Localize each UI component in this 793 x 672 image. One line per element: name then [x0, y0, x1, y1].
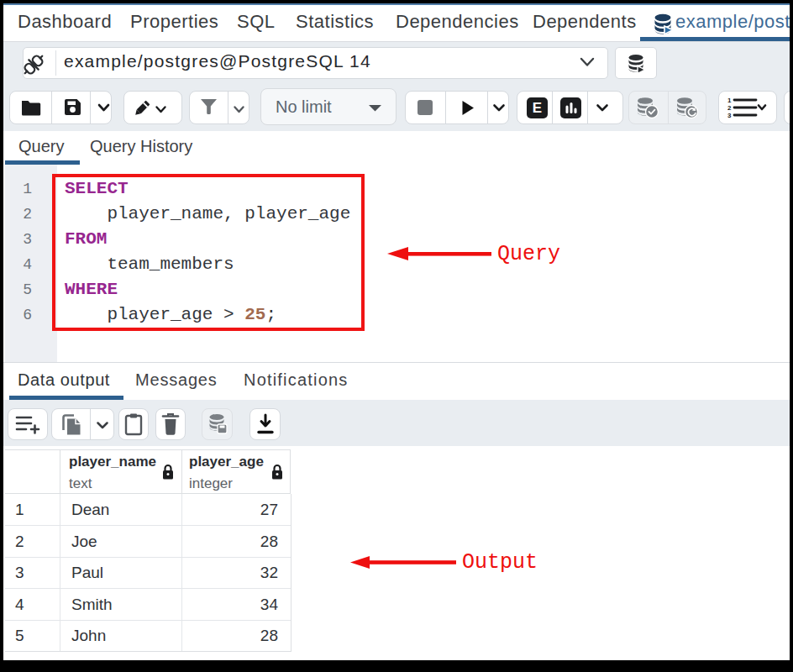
svg-text:3: 3 [727, 112, 732, 119]
svg-text:2: 2 [727, 104, 732, 112]
svg-text:1: 1 [727, 97, 732, 104]
